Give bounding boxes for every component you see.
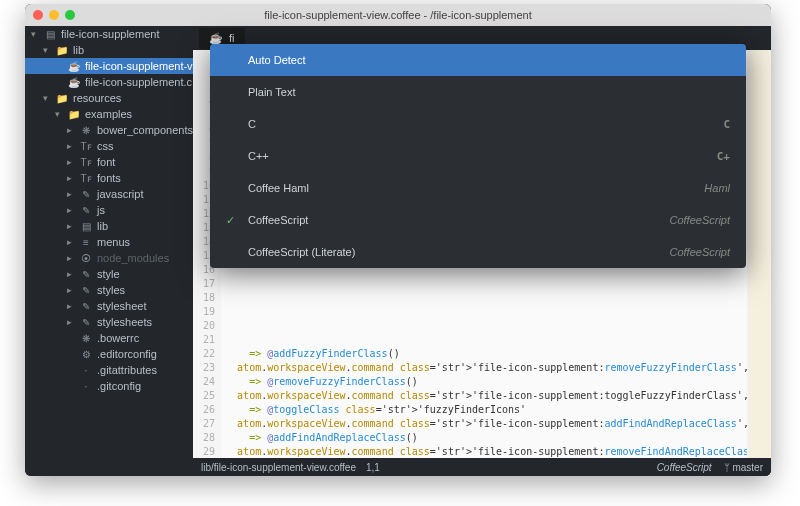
- grammar-palette[interactable]: Auto DetectPlain TextCCC++C+Coffee HamlH…: [210, 44, 746, 268]
- file-icon: ⦿: [80, 253, 92, 264]
- tree-item-label: javascript: [97, 188, 143, 200]
- file-icon: ❋: [80, 333, 92, 344]
- chevron-icon: ▸: [67, 125, 75, 135]
- tree-item-label: examples: [85, 108, 132, 120]
- tree-item-label: stylesheets: [97, 316, 152, 328]
- palette-item-label: Auto Detect: [248, 54, 730, 66]
- status-grammar[interactable]: CoffeeScript: [657, 462, 712, 473]
- palette-item-label: Plain Text: [248, 86, 730, 98]
- tree-item[interactable]: ▸❋bower_components: [25, 122, 193, 138]
- titlebar[interactable]: file-icon-supplement-view.coffee - /file…: [25, 4, 771, 26]
- chevron-icon: ▸: [67, 269, 75, 279]
- file-icon: Tꜰ: [80, 173, 92, 184]
- file-icon: Tꜰ: [80, 157, 92, 168]
- tree-item[interactable]: ·.gitattributes: [25, 362, 193, 378]
- file-icon: 📁: [68, 109, 80, 120]
- palette-item-label: CoffeeScript: [248, 214, 669, 226]
- chevron-icon: ▾: [55, 109, 63, 119]
- file-icon: ✎: [80, 301, 92, 312]
- tree-item-label: lib: [97, 220, 108, 232]
- tree-item-label: font: [97, 156, 115, 168]
- tree-item[interactable]: ☕file-icon-supplement.c: [25, 74, 193, 90]
- file-icon: ☕: [68, 77, 80, 88]
- palette-item[interactable]: CC: [210, 108, 746, 140]
- chevron-icon: ▸: [67, 237, 75, 247]
- palette-item[interactable]: CoffeeScript (Literate)CoffeeScript: [210, 236, 746, 268]
- tree-item[interactable]: ☕file-icon-supplement-v: [25, 58, 193, 74]
- file-icon: ❋: [80, 125, 92, 136]
- tree-item[interactable]: ▸✎style: [25, 266, 193, 282]
- file-icon: ⚙: [80, 349, 92, 360]
- file-icon: ·: [80, 365, 92, 376]
- tree-item[interactable]: ⚙.editorconfig: [25, 346, 193, 362]
- file-icon: 📁: [56, 93, 68, 104]
- tree-item[interactable]: ▾📁lib: [25, 42, 193, 58]
- branch-label: master: [732, 462, 763, 473]
- file-icon: 📁: [56, 45, 68, 56]
- tree-item[interactable]: ▸✎stylesheets: [25, 314, 193, 330]
- tree-item-label: node_modules: [97, 252, 169, 264]
- file-icon: ✎: [80, 205, 92, 216]
- tree-item[interactable]: ▸Tꜰcss: [25, 138, 193, 154]
- tree-item[interactable]: ▾📁examples: [25, 106, 193, 122]
- chevron-icon: ▸: [67, 205, 75, 215]
- tree-item-label: bower_components: [97, 124, 193, 136]
- chevron-icon: ▸: [67, 317, 75, 327]
- tree-item[interactable]: ▸Tꜰfonts: [25, 170, 193, 186]
- tree-item[interactable]: ▸✎styles: [25, 282, 193, 298]
- tree-item[interactable]: ▾📁resources: [25, 90, 193, 106]
- tree-item-label: stylesheet: [97, 300, 147, 312]
- file-icon: ≡: [80, 237, 92, 248]
- palette-item-label: CoffeeScript (Literate): [248, 246, 669, 258]
- tree-item[interactable]: ❋.bowerrc: [25, 330, 193, 346]
- palette-item-label: Coffee Haml: [248, 182, 704, 194]
- palette-item[interactable]: Coffee HamlHaml: [210, 172, 746, 204]
- grammar-badge: C+: [717, 150, 730, 163]
- palette-item[interactable]: Plain Text: [210, 76, 746, 108]
- tree-item[interactable]: ▸Tꜰfont: [25, 154, 193, 170]
- file-icon: ✎: [80, 269, 92, 280]
- chevron-icon: ▸: [67, 157, 75, 167]
- chevron-icon: ▸: [67, 285, 75, 295]
- tree-item-label: resources: [73, 92, 121, 104]
- file-icon: ☕: [68, 61, 80, 72]
- tree-item[interactable]: ▸✎stylesheet: [25, 298, 193, 314]
- branch-icon: ᛘ: [724, 462, 730, 473]
- tree-item-label: .gitconfig: [97, 380, 141, 392]
- tree-item-label: .editorconfig: [97, 348, 157, 360]
- tree-item-label: file-icon-supplement.c: [85, 76, 192, 88]
- tree-item[interactable]: ▸✎javascript: [25, 186, 193, 202]
- grammar-badge: CoffeeScript: [669, 214, 730, 226]
- grammar-badge: Haml: [704, 182, 730, 194]
- palette-item[interactable]: C++C+: [210, 140, 746, 172]
- chevron-icon: ▸: [67, 189, 75, 199]
- tree-item[interactable]: ▸≡menus: [25, 234, 193, 250]
- palette-item[interactable]: Auto Detect: [210, 44, 746, 76]
- chevron-icon: ▸: [67, 173, 75, 183]
- git-branch[interactable]: ᛘ master: [724, 462, 763, 473]
- chevron-icon: ▾: [43, 45, 51, 55]
- window-title: file-icon-supplement-view.coffee - /file…: [25, 9, 771, 21]
- tree-item[interactable]: ▸✎js: [25, 202, 193, 218]
- tree-item-label: fonts: [97, 172, 121, 184]
- coffee-icon: ☕: [209, 32, 223, 45]
- book-icon: ▤: [44, 29, 56, 40]
- status-cursor: 1,1: [366, 462, 380, 473]
- chevron-icon: ▸: [67, 301, 75, 311]
- grammar-badge: CoffeeScript: [669, 246, 730, 258]
- file-icon: ▤: [80, 221, 92, 232]
- tree-item[interactable]: ▸⦿node_modules: [25, 250, 193, 266]
- status-bar: lib/file-icon-supplement-view.coffee 1,1…: [193, 458, 771, 476]
- check-icon: ✓: [226, 214, 240, 227]
- tree-item[interactable]: ▸▤lib: [25, 218, 193, 234]
- grammar-badge: C: [723, 118, 730, 131]
- project-root[interactable]: ▾▤ file-icon-supplement: [25, 26, 193, 42]
- tree-item-label: file-icon-supplement-v: [85, 60, 193, 72]
- file-tree[interactable]: ▾▤ file-icon-supplement ▾📁lib☕file-icon-…: [25, 26, 193, 476]
- tree-item-label: .gitattributes: [97, 364, 157, 376]
- palette-item[interactable]: ✓CoffeeScriptCoffeeScript: [210, 204, 746, 236]
- chevron-icon: ▾: [43, 93, 51, 103]
- tree-item[interactable]: ·.gitconfig: [25, 378, 193, 394]
- file-icon: ✎: [80, 189, 92, 200]
- palette-item-label: C++: [248, 150, 717, 162]
